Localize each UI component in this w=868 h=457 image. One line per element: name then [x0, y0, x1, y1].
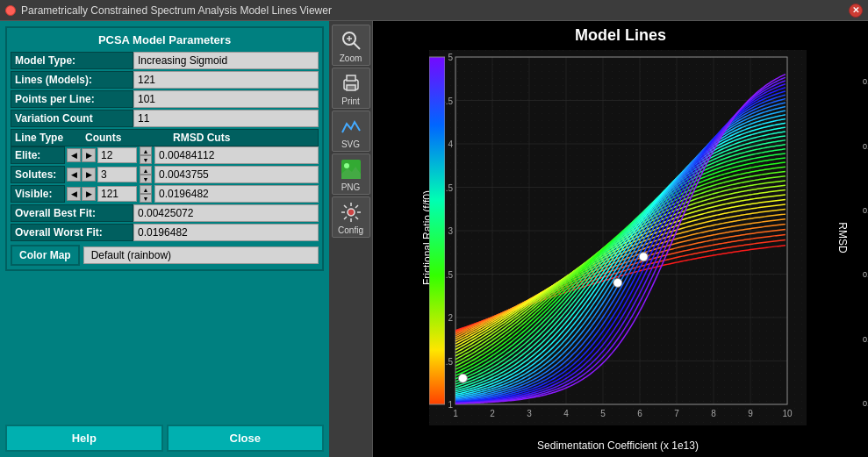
points-row: Points per Line: 101 [11, 90, 319, 108]
elite-spin-up[interactable]: ▲ [140, 146, 152, 155]
solutes-count-input[interactable] [97, 167, 137, 182]
visible-spin-up[interactable]: ▲ [140, 185, 152, 194]
colorbar-canvas [429, 50, 445, 425]
svg-line-16 [355, 205, 358, 208]
lines-label: Lines (Models): [11, 71, 133, 89]
elite-rmsd: 0.00484112 [154, 146, 319, 164]
table-header: Line Type Counts RMSD Cuts [11, 129, 319, 146]
variation-value: 11 [133, 110, 319, 127]
elite-spinners: ▲ ▼ [140, 146, 152, 164]
config-icon [339, 200, 363, 225]
points-label: Points per Line: [11, 90, 133, 108]
overall-best-value: 0.00425072 [133, 204, 319, 222]
config-label: Config [338, 225, 363, 235]
solutes-spinners: ▲ ▼ [140, 166, 152, 183]
print-icon [339, 71, 363, 96]
colormap-value: Default (rainbow) [83, 246, 319, 264]
elite-count-input[interactable] [97, 147, 137, 163]
lines-value: 121 [133, 71, 319, 89]
overall-worst-value: 0.0196482 [133, 224, 319, 241]
elite-arrows: ◀ ▶ [67, 148, 96, 162]
window-close-button[interactable]: ✕ [849, 4, 863, 18]
model-type-label: Model Type: [11, 52, 133, 69]
chart-title: Model Lines [373, 21, 868, 46]
visible-arrows: ◀ ▶ [67, 187, 96, 201]
overall-worst-row: Overall Worst Fit: 0.0196482 [11, 224, 319, 241]
variation-row: Variation Count 11 [11, 110, 319, 127]
visible-spinners: ▲ ▼ [140, 185, 152, 203]
colormap-row: Color Map Default (rainbow) [11, 245, 319, 266]
visible-row: Visible: ◀ ▶ ▲ ▼ 0.0196482 [11, 185, 319, 203]
svg-button[interactable]: SVG [332, 111, 370, 152]
solutes-row: Solutes: ◀ ▶ ▲ ▼ 0.0043755 [11, 166, 319, 183]
params-title: PCSA Model Parameters [11, 32, 319, 48]
svg-label: SVG [341, 139, 360, 149]
visible-label: Visible: [11, 185, 65, 203]
png-button[interactable]: PNG [332, 154, 370, 195]
main-content: PCSA Model Parameters Model Type: Increa… [0, 21, 868, 457]
lines-row: Lines (Models): 121 [11, 71, 319, 89]
svg-point-9 [348, 209, 355, 216]
colormap-button[interactable]: Color Map [11, 245, 80, 266]
solutes-spin-down[interactable]: ▼ [140, 175, 152, 183]
svg-line-1 [354, 43, 360, 49]
variation-label: Variation Count [11, 110, 133, 127]
svg-line-15 [355, 217, 358, 219]
overall-best-row: Overall Best Fit: 0.00425072 [11, 204, 319, 222]
svg-point-8 [344, 163, 349, 168]
svg-line-14 [344, 205, 347, 208]
elite-spin-down[interactable]: ▼ [140, 155, 152, 164]
visible-left-arrow[interactable]: ◀ [67, 187, 81, 201]
print-button[interactable]: Print [332, 68, 370, 109]
config-button[interactable]: Config [332, 196, 370, 238]
bottom-buttons: Help Close [5, 421, 324, 452]
solutes-right-arrow[interactable]: ▶ [82, 168, 96, 182]
solutes-spin-up[interactable]: ▲ [140, 166, 152, 175]
elite-left-arrow[interactable]: ◀ [67, 148, 81, 162]
title-bar: Parametrically Constrained Spectrum Anal… [0, 0, 868, 21]
help-button[interactable]: Help [5, 425, 163, 452]
print-label: Print [341, 96, 360, 106]
png-icon [339, 157, 363, 182]
col-rmsd: RMSD Cuts [169, 130, 318, 146]
elite-right-arrow[interactable]: ▶ [82, 148, 96, 162]
png-label: PNG [341, 182, 361, 192]
elite-label: Elite: [11, 146, 65, 164]
svg-rect-5 [347, 75, 355, 81]
col-linetype: Line Type [11, 130, 82, 146]
zoom-button[interactable]: Zoom [332, 25, 370, 66]
points-value: 101 [133, 90, 319, 108]
chart-container: Frictional Ratio (f/f0) Sedimentation Co… [429, 50, 807, 425]
window-dot [5, 5, 16, 16]
left-panel: PCSA Model Parameters Model Type: Increa… [0, 21, 329, 457]
visible-rmsd: 0.0196482 [154, 185, 319, 203]
visible-spin-down[interactable]: ▼ [140, 194, 152, 203]
overall-worst-label: Overall Worst Fit: [11, 224, 133, 241]
rmsd-axis-label: RMSD [836, 222, 848, 253]
close-button[interactable]: Close [167, 425, 325, 452]
toolbar: Zoom Print SVG [329, 21, 373, 457]
model-type-row: Model Type: Increasing Sigmoid [11, 52, 319, 69]
solutes-arrows: ◀ ▶ [67, 168, 96, 182]
svg-line-17 [344, 217, 347, 219]
chart-canvas [429, 50, 807, 425]
chart-area: Model Lines Frictional Ratio (f/f0) Sedi… [373, 21, 868, 457]
window-title: Parametrically Constrained Spectrum Anal… [21, 4, 332, 17]
solutes-rmsd: 0.0043755 [154, 166, 319, 183]
x-axis-label: Sedimentation Coefficient (x 1e13) [537, 439, 699, 452]
visible-count-input[interactable] [97, 186, 137, 202]
zoom-icon [339, 28, 363, 53]
col-counts: Counts [82, 130, 169, 146]
overall-best-label: Overall Best Fit: [11, 204, 133, 222]
solutes-left-arrow[interactable]: ◀ [67, 168, 81, 182]
svg-rect-6 [347, 85, 355, 90]
solutes-label: Solutes: [11, 166, 65, 183]
zoom-label: Zoom [340, 54, 362, 63]
params-box: PCSA Model Parameters Model Type: Increa… [5, 26, 324, 271]
svg-icon [339, 114, 363, 139]
visible-right-arrow[interactable]: ▶ [82, 187, 96, 201]
elite-row: Elite: ◀ ▶ ▲ ▼ 0.00484112 [11, 146, 319, 164]
model-type-value: Increasing Sigmoid [133, 52, 319, 69]
